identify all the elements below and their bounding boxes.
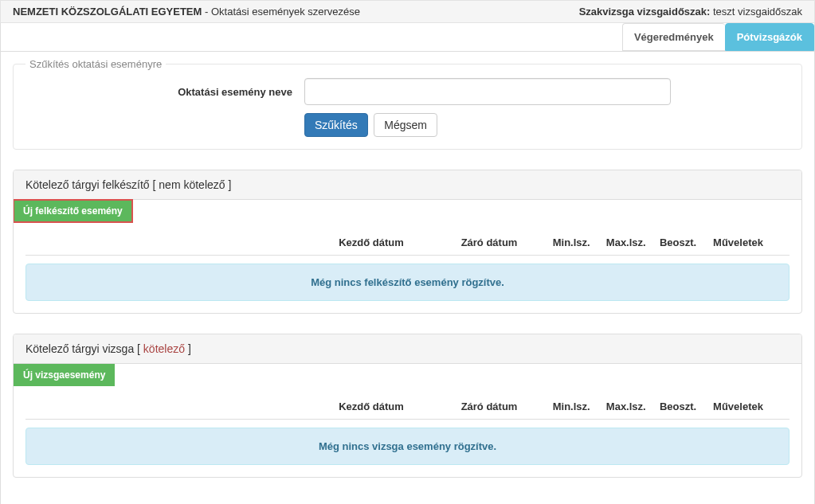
section-prep-title-prefix: Kötelező tárgyi felkészítő [ bbox=[25, 178, 159, 191]
filter-button[interactable]: Szűkítés bbox=[304, 113, 368, 137]
tabs-row: Végeredmények Pótvizsgázók bbox=[0, 23, 815, 52]
filter-label: Oktatási esemény neve bbox=[25, 86, 304, 98]
col-min-count: Min.lsz. bbox=[553, 394, 606, 420]
filter-form-row: Oktatási esemény neve bbox=[25, 78, 790, 105]
col-assigned: Beoszt. bbox=[660, 230, 713, 256]
section-exam-title-prefix: Kötelező tárgyi vizsga [ bbox=[25, 342, 143, 355]
section-exam-title-tag: kötelező bbox=[143, 342, 185, 355]
prep-events-table: Kezdő dátum Záró dátum Min.lsz. Max.lsz.… bbox=[25, 230, 790, 256]
new-exam-event-button[interactable]: Új vizsgaesemény bbox=[14, 364, 115, 386]
exam-empty-message: Még nincs vizsga esemény rögzítve. bbox=[25, 428, 790, 465]
section-prep-title-suffix: ] bbox=[225, 178, 232, 191]
prep-empty-message: Még nincs felkészítő esemény rögzítve. bbox=[25, 264, 790, 301]
section-exam-title-suffix: ] bbox=[185, 342, 191, 355]
tab-final-results[interactable]: Végeredmények bbox=[622, 23, 725, 51]
main-panel: Szűkítés oktatási eseményre Oktatási ese… bbox=[0, 52, 815, 504]
filter-fieldset: Szűkítés oktatási eseményre Oktatási ese… bbox=[13, 64, 802, 150]
col-actions: Műveletek bbox=[713, 394, 790, 420]
section-prep-title-tag: nem kötelező bbox=[159, 178, 225, 191]
exam-period-info: Szakvizsga vizsgaidőszak: teszt vizsgaid… bbox=[579, 6, 802, 18]
section-exam: Kötelező tárgyi vizsga [ kötelező ] Új v… bbox=[13, 334, 802, 478]
col-min-count: Min.lsz. bbox=[553, 230, 606, 256]
col-empty bbox=[25, 394, 339, 420]
col-assigned: Beoszt. bbox=[660, 394, 713, 420]
section-prep: Kötelező tárgyi felkészítő [ nem kötelez… bbox=[13, 170, 802, 314]
new-prep-event-button[interactable]: Új felkészítő esemény bbox=[14, 200, 132, 222]
exam-period-value: teszt vizsgaidőszak bbox=[713, 6, 802, 18]
event-name-input[interactable] bbox=[304, 78, 671, 105]
exam-period-label: Szakvizsga vizsgaidőszak: bbox=[579, 6, 711, 18]
section-prep-header: Kötelező tárgyi felkészítő [ nem kötelez… bbox=[14, 170, 801, 200]
col-start-date: Kezdő dátum bbox=[339, 230, 460, 256]
filter-input-wrap bbox=[304, 78, 671, 105]
page-title: NEMZETI KÖZSZOLGÁLATI EGYETEM - Oktatási… bbox=[13, 6, 360, 18]
filter-legend: Szűkítés oktatási eseményre bbox=[25, 58, 166, 70]
col-end-date: Záró dátum bbox=[461, 394, 553, 420]
cancel-button[interactable]: Mégsem bbox=[374, 113, 437, 137]
col-actions: Műveletek bbox=[713, 230, 790, 256]
top-bar: NEMZETI KÖZSZOLGÁLATI EGYETEM - Oktatási… bbox=[0, 0, 815, 23]
col-end-date: Záró dátum bbox=[461, 230, 553, 256]
tab-resit-candidates[interactable]: Pótvizsgázók bbox=[725, 23, 814, 51]
exam-events-table: Kezdő dátum Záró dátum Min.lsz. Max.lsz.… bbox=[25, 394, 790, 420]
col-start-date: Kezdő dátum bbox=[339, 394, 460, 420]
section-exam-header: Kötelező tárgyi vizsga [ kötelező ] bbox=[14, 334, 801, 364]
filter-button-row: Szűkítés Mégsem bbox=[304, 113, 790, 137]
col-max-count: Max.lsz. bbox=[606, 394, 660, 420]
col-max-count: Max.lsz. bbox=[606, 230, 660, 256]
page-title-suffix: - Oktatási események szervezése bbox=[202, 6, 360, 18]
col-empty bbox=[25, 230, 339, 256]
page-title-bold: NEMZETI KÖZSZOLGÁLATI EGYETEM bbox=[13, 6, 202, 18]
